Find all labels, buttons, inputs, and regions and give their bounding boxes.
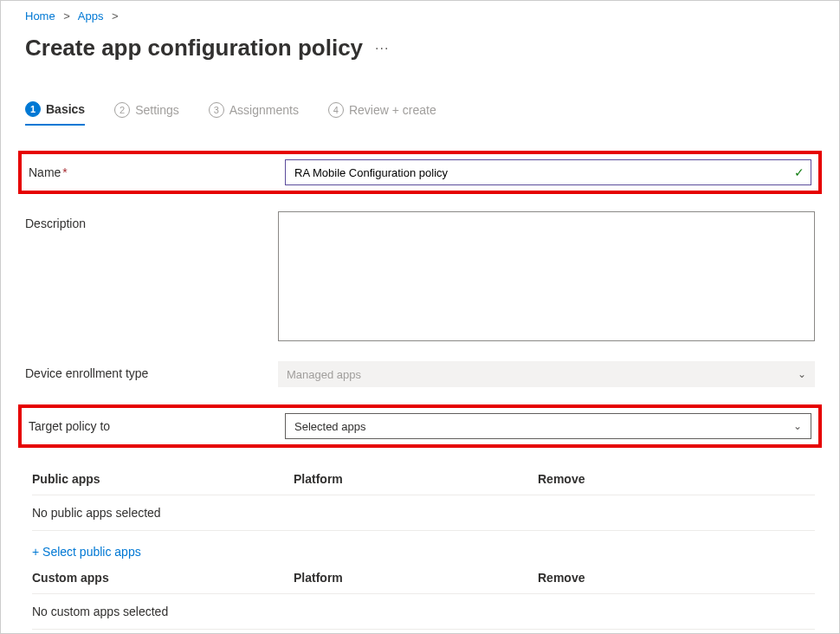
step-label: Settings [135,103,179,117]
target-policy-label: Target policy to [29,419,110,433]
enrollment-type-row: Device enrollment type Managed apps ⌄ [25,361,815,387]
breadcrumb: Home > Apps > [25,10,815,23]
public-apps-empty-row: No public apps selected [32,495,815,531]
step-assignments[interactable]: 3 Assignments [209,101,299,126]
step-label: Review + create [349,103,436,117]
custom-apps-empty: No custom apps selected [32,605,294,618]
required-icon: * [62,165,67,179]
col-custom-apps: Custom apps [32,571,294,585]
breadcrumb-home[interactable]: Home [25,10,55,23]
description-row: Description [25,211,815,344]
breadcrumb-sep-icon: > [112,10,119,23]
step-number-icon: 2 [114,102,130,118]
select-public-apps-button[interactable]: + Select public apps [32,531,141,566]
checkmark-icon: ✓ [794,165,804,179]
step-settings[interactable]: 2 Settings [114,101,179,126]
enrollment-type-label: Device enrollment type [25,366,148,380]
target-policy-select[interactable]: Selected apps ⌄ [285,413,811,439]
more-icon[interactable]: ··· [375,41,389,56]
target-policy-row: Target policy to Selected apps ⌄ [18,404,822,448]
step-label: Basics [46,102,85,116]
custom-apps-header: Custom apps Platform Remove [32,571,815,594]
description-input[interactable] [278,211,815,341]
step-label: Assignments [229,103,299,117]
custom-apps-section: Custom apps Platform Remove No custom ap… [25,571,815,634]
public-apps-section: Public apps Platform Remove No public ap… [25,472,815,566]
step-number-icon: 4 [328,102,344,118]
description-label: Description [25,217,86,230]
breadcrumb-apps[interactable]: Apps [78,10,104,23]
breadcrumb-sep-icon: > [63,10,70,23]
step-basics[interactable]: 1 Basics [25,101,85,126]
wizard-steps: 1 Basics 2 Settings 3 Assignments 4 Revi… [25,101,815,126]
name-input[interactable] [285,159,811,185]
step-review[interactable]: 4 Review + create [328,101,436,126]
chevron-down-icon: ⌄ [793,420,802,432]
select-custom-apps-button[interactable]: + Select custom apps [32,630,148,634]
target-policy-value: Selected apps [294,420,365,433]
name-row: Name* ✓ [18,151,822,194]
enrollment-type-value: Managed apps [287,368,361,381]
col-public-apps: Public apps [32,472,294,486]
chevron-down-icon: ⌄ [798,368,806,380]
step-number-icon: 1 [25,101,41,117]
public-apps-empty: No public apps selected [32,506,294,520]
name-label: Name [29,165,61,179]
step-number-icon: 3 [209,102,224,118]
enrollment-type-select: Managed apps ⌄ [278,361,815,387]
page-title: Create app configuration policy [25,35,363,61]
public-apps-header: Public apps Platform Remove [32,472,815,495]
col-remove: Remove [538,472,815,486]
col-platform: Platform [294,571,538,585]
col-remove: Remove [538,571,815,585]
col-platform: Platform [294,472,538,486]
custom-apps-empty-row: No custom apps selected [32,594,815,630]
